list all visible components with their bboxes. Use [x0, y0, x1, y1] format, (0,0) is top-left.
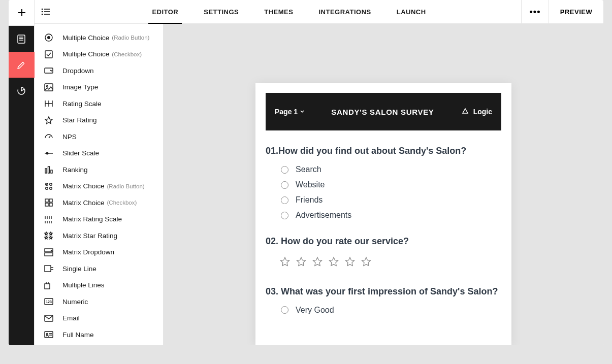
- palette-label: Ranking: [62, 166, 88, 174]
- svg-rect-12: [48, 167, 50, 173]
- palette-image[interactable]: Image Type: [35, 79, 163, 96]
- answer-option[interactable]: Advertisements: [281, 211, 501, 220]
- question-title: 03. What was your first impression of Sa…: [266, 285, 501, 297]
- svg-rect-19: [45, 199, 48, 202]
- toggle-palette-button[interactable]: [35, 0, 57, 23]
- palette-matrix-dropdown[interactable]: Matrix Dropdown: [35, 244, 163, 261]
- question[interactable]: 01.How did you find out about Sandy's Sa…: [266, 145, 501, 220]
- left-rail: [9, 0, 35, 345]
- logic-icon: [461, 108, 469, 116]
- pie-chart-icon: [16, 86, 26, 96]
- answer-option[interactable]: Website: [281, 180, 501, 189]
- matrix-radio-icon: [44, 181, 54, 191]
- palette-ranking[interactable]: Ranking: [35, 161, 163, 178]
- image-icon: [44, 82, 54, 92]
- matrix-rating-icon: [44, 214, 54, 224]
- palette-label: Multiple Lines: [62, 281, 105, 289]
- palette-matrix-radio[interactable]: Matrix Choice(Radio Button): [35, 178, 163, 195]
- matrix-star-icon: [44, 230, 54, 241]
- add-button[interactable]: [9, 0, 35, 26]
- question-number: 01.: [266, 146, 278, 156]
- question[interactable]: 02. How do you rate our service?: [266, 235, 501, 270]
- radio-icon: [281, 196, 288, 204]
- palette-label: Matrix Rating Scale: [62, 215, 122, 223]
- slider-icon: [44, 148, 54, 158]
- survey-title[interactable]: SANDY'S SALON SURVEY: [304, 108, 461, 116]
- star-icon: [328, 256, 340, 270]
- fullname-icon: [44, 329, 54, 340]
- palette-email[interactable]: Email: [35, 310, 163, 327]
- svg-point-17: [50, 187, 52, 189]
- tab-editor[interactable]: EDITOR: [152, 0, 178, 23]
- star-icon: [295, 256, 307, 270]
- palette-slider[interactable]: Slider Scale: [35, 145, 163, 162]
- page-icon: [16, 34, 26, 44]
- tab-integrations[interactable]: INTEGRATIONS: [318, 0, 371, 23]
- svg-point-15: [50, 183, 52, 185]
- star-rating-input[interactable]: [266, 256, 501, 270]
- canvas: Page 1 SANDY'S SALON SURVEY Logic 01.How…: [164, 24, 603, 345]
- tab-settings[interactable]: SETTINGS: [204, 0, 239, 23]
- svg-rect-20: [49, 199, 52, 202]
- tab-launch[interactable]: LAUNCH: [397, 0, 426, 23]
- star-icon: [360, 256, 372, 270]
- ranking-icon: [44, 164, 54, 175]
- dropdown-icon: [44, 65, 54, 76]
- palette-matrix-rating[interactable]: Matrix Rating Scale: [35, 211, 163, 228]
- palette-star[interactable]: Star Rating: [35, 112, 163, 129]
- answer-option[interactable]: Very Good: [281, 306, 501, 315]
- svg-rect-26: [45, 284, 50, 289]
- svg-rect-0: [18, 35, 25, 43]
- survey-card: Page 1 SANDY'S SALON SURVEY Logic 01.How…: [255, 83, 511, 345]
- rail-reports-button[interactable]: [9, 78, 35, 104]
- palette-label: Single Line: [62, 265, 96, 273]
- palette-label: Matrix Star Rating: [62, 232, 117, 240]
- matrix-check-icon: [44, 197, 54, 208]
- answer-option[interactable]: Friends: [281, 195, 501, 205]
- svg-point-31: [47, 334, 48, 335]
- palette-matrix-check[interactable]: Matrix Choice(Checkbox): [35, 194, 163, 211]
- palette-fullname[interactable]: Full Name: [35, 326, 163, 343]
- logic-button[interactable]: Logic: [461, 108, 492, 116]
- topbar: EDITORSETTINGSTHEMESINTEGRATIONSLAUNCH •…: [35, 0, 603, 24]
- svg-point-9: [47, 85, 48, 87]
- svg-rect-13: [51, 170, 52, 173]
- plus-icon: [17, 8, 26, 17]
- rail-pages-button[interactable]: [9, 26, 35, 52]
- page-selector[interactable]: Page 1: [275, 108, 304, 116]
- more-button[interactable]: •••: [521, 0, 549, 23]
- tab-themes[interactable]: THEMES: [264, 0, 293, 23]
- palette-subtype: (Checkbox): [112, 51, 142, 57]
- palette-multi-line[interactable]: Multiple Lines: [35, 277, 163, 294]
- palette-checkbox[interactable]: Multiple Choice(Checkbox): [35, 46, 163, 63]
- answer-option[interactable]: Search: [281, 165, 501, 174]
- palette-label: Slider Scale: [62, 149, 99, 157]
- svg-rect-6: [45, 51, 52, 58]
- radio-icon: [44, 32, 54, 43]
- palette-matrix-star[interactable]: Matrix Star Rating: [35, 227, 163, 244]
- star-icon: [44, 115, 54, 125]
- palette-numeric[interactable]: 123Numeric: [35, 293, 163, 310]
- palette-single-line[interactable]: Single Line: [35, 260, 163, 277]
- star-icon: [311, 256, 324, 270]
- list-icon: [41, 8, 50, 15]
- palette-label: Matrix Choice: [62, 199, 105, 207]
- palette-radio[interactable]: Multiple Choice(Radio Button): [35, 29, 163, 46]
- radio-icon: [281, 306, 288, 314]
- ellipsis-icon: •••: [530, 7, 541, 17]
- svg-rect-21: [45, 203, 48, 206]
- page-label: Page 1: [275, 108, 298, 116]
- svg-rect-29: [45, 315, 53, 321]
- rail-edit-button[interactable]: [9, 52, 35, 78]
- question[interactable]: 03. What was your first impression of Sa…: [266, 285, 501, 315]
- palette-rating[interactable]: Rating Scale: [35, 95, 163, 112]
- svg-point-5: [47, 36, 50, 39]
- question-number: 03.: [266, 286, 281, 296]
- option-label: Advertisements: [296, 211, 351, 220]
- palette-gauge[interactable]: NPS: [35, 128, 163, 145]
- svg-point-18: [46, 184, 47, 185]
- palette-dropdown[interactable]: Dropdown: [35, 62, 163, 79]
- survey-body: 01.How did you find out about Sandy's Sa…: [255, 130, 511, 315]
- svg-point-1: [42, 9, 43, 10]
- preview-button[interactable]: PREVIEW: [549, 0, 603, 23]
